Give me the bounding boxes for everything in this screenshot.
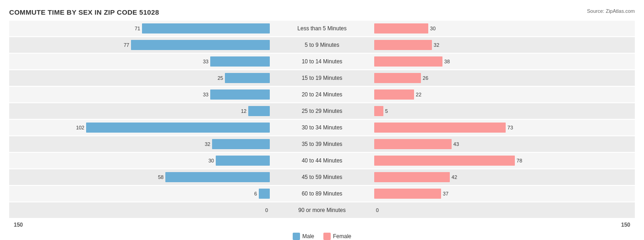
legend-female: Female [323, 233, 351, 240]
male-bar [165, 172, 270, 182]
female-value: 38 [444, 59, 450, 64]
bar-row: 33 10 to 14 Minutes 38 [9, 54, 635, 69]
chart-title: COMMUTE TIME BY SEX IN ZIP CODE 51028 [9, 8, 635, 16]
left-section: 77 [9, 37, 272, 53]
bar-row: 12 25 to 29 Minutes 5 [9, 103, 635, 119]
left-section: 71 [9, 21, 272, 36]
legend-male-box [293, 233, 300, 240]
male-value: 12 [241, 108, 246, 114]
row-label: 40 to 44 Minutes [272, 153, 372, 168]
female-bar [374, 139, 452, 149]
right-section: 73 [372, 120, 635, 135]
axis-row: 150 150 [9, 220, 635, 230]
row-label: 90 or more Minutes [272, 202, 372, 218]
male-bar [225, 73, 270, 83]
female-bar [374, 189, 441, 199]
bar-row: 30 40 to 44 Minutes 78 [9, 153, 635, 168]
male-bar [210, 56, 270, 67]
left-section: 0 [9, 202, 272, 218]
row-label: 60 to 89 Minutes [272, 186, 372, 201]
female-bar [374, 123, 506, 133]
female-value: 30 [430, 26, 436, 31]
male-bar [216, 156, 270, 166]
female-value: 5 [385, 108, 388, 114]
bar-row: 6 60 to 89 Minutes 37 [9, 186, 635, 201]
female-value: 43 [453, 141, 459, 147]
male-value: 6 [254, 191, 257, 196]
male-value: 71 [135, 26, 140, 31]
male-bar [142, 23, 270, 33]
right-section: 37 [372, 186, 635, 201]
male-value: 32 [205, 141, 210, 147]
left-section: 6 [9, 186, 272, 201]
male-value: 102 [76, 125, 84, 130]
male-value: 25 [218, 75, 223, 81]
right-section: 5 [372, 103, 635, 119]
right-section: 78 [372, 153, 635, 168]
female-bar [374, 23, 428, 33]
row-label: 25 to 29 Minutes [272, 103, 372, 119]
male-bar [86, 123, 270, 133]
right-section: 22 [372, 87, 635, 102]
male-bar [259, 189, 270, 199]
female-bar [374, 73, 421, 83]
female-bar [374, 156, 515, 166]
legend-male-label: Male [302, 233, 314, 240]
female-value: 22 [416, 92, 421, 97]
male-value: 33 [203, 92, 208, 97]
male-bar [210, 89, 270, 100]
male-value: 77 [124, 42, 129, 48]
bar-row: 102 30 to 34 Minutes 73 [9, 120, 635, 135]
right-section: 42 [372, 169, 635, 185]
axis-left: 150 [9, 222, 272, 228]
left-section: 25 [9, 70, 272, 86]
bar-row: 77 5 to 9 Minutes 32 [9, 37, 635, 53]
bar-row: 58 45 to 59 Minutes 42 [9, 169, 635, 185]
legend: Male Female [9, 233, 635, 240]
bar-row: 25 15 to 19 Minutes 26 [9, 70, 635, 86]
female-value: 0 [376, 207, 379, 213]
row-label: 35 to 39 Minutes [272, 136, 372, 152]
row-label: 30 to 34 Minutes [272, 120, 372, 135]
row-label: 5 to 9 Minutes [272, 37, 372, 53]
right-section: 30 [372, 21, 635, 36]
source-text: Source: ZipAtlas.com [587, 8, 635, 14]
right-section: 43 [372, 136, 635, 152]
axis-right: 150 [372, 222, 635, 228]
row-label: 15 to 19 Minutes [272, 70, 372, 86]
female-bar [374, 40, 432, 50]
female-value: 42 [452, 174, 457, 180]
female-bar [374, 106, 383, 116]
legend-female-box [323, 233, 331, 240]
female-bar [374, 172, 450, 182]
row-label: 10 to 14 Minutes [272, 54, 372, 69]
right-section: 26 [372, 70, 635, 86]
male-bar [248, 106, 270, 116]
male-value: 0 [265, 207, 268, 213]
row-label: 45 to 59 Minutes [272, 169, 372, 185]
female-bar [374, 56, 442, 67]
male-bar [212, 139, 270, 149]
left-section: 12 [9, 103, 272, 119]
left-section: 33 [9, 54, 272, 69]
female-value: 26 [423, 75, 428, 81]
left-section: 58 [9, 169, 272, 185]
female-value: 37 [443, 191, 448, 196]
legend-male: Male [293, 233, 314, 240]
row-label: 20 to 24 Minutes [272, 87, 372, 102]
left-section: 33 [9, 87, 272, 102]
left-section: 102 [9, 120, 272, 135]
right-section: 38 [372, 54, 635, 69]
female-bar [374, 89, 414, 100]
male-value: 58 [158, 174, 164, 180]
chart-container: COMMUTE TIME BY SEX IN ZIP CODE 51028 So… [0, 0, 644, 240]
female-value: 32 [434, 42, 439, 48]
bar-row: 32 35 to 39 Minutes 43 [9, 136, 635, 152]
bar-row: 33 20 to 24 Minutes 22 [9, 87, 635, 102]
female-value: 73 [508, 125, 513, 130]
bar-row: 0 90 or more Minutes 0 [9, 202, 635, 218]
right-section: 32 [372, 37, 635, 53]
row-label: Less than 5 Minutes [272, 21, 372, 36]
left-section: 32 [9, 136, 272, 152]
male-value: 33 [203, 59, 208, 64]
